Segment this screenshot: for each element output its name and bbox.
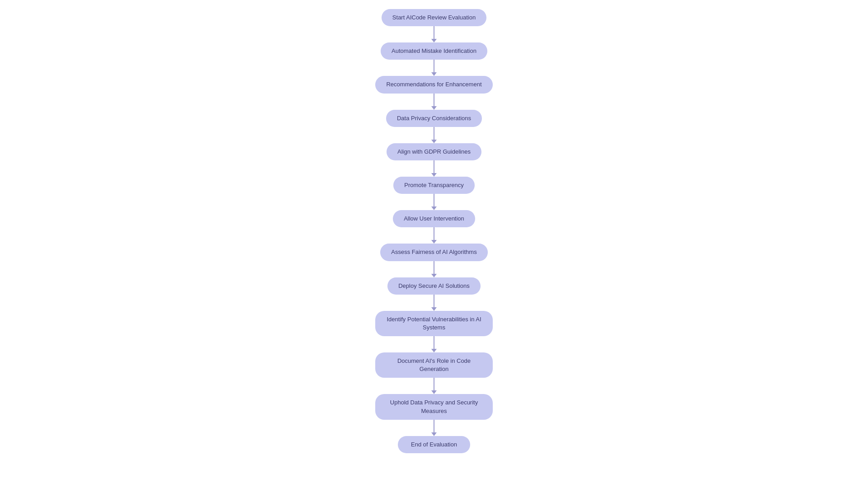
arrow-line xyxy=(434,60,434,72)
flow-connector-5 xyxy=(431,194,437,210)
arrow-head xyxy=(431,307,437,311)
arrow-head xyxy=(431,274,437,277)
flow-connector-7 xyxy=(431,261,437,277)
flow-connector-10 xyxy=(431,378,437,394)
arrow-head xyxy=(431,106,437,110)
flow-node-node7[interactable]: Assess Fairness of AI Algorithms xyxy=(380,244,487,261)
arrow-head xyxy=(431,39,437,42)
arrow-head xyxy=(431,140,437,143)
arrow-line xyxy=(434,26,434,39)
flow-node-node8[interactable]: Deploy Secure AI Solutions xyxy=(387,277,481,295)
arrow-line xyxy=(434,94,434,106)
flow-connector-1 xyxy=(431,60,437,76)
arrow-line xyxy=(434,127,434,140)
arrow-line xyxy=(434,336,434,349)
flowchart-container: Start AICode Review EvaluationAutomated … xyxy=(0,0,868,471)
arrow-head xyxy=(431,349,437,352)
flow-connector-2 xyxy=(431,94,437,110)
flow-connector-4 xyxy=(431,160,437,177)
flow-connector-0 xyxy=(431,26,437,42)
flow-connector-9 xyxy=(431,336,437,352)
arrow-line xyxy=(434,420,434,432)
flow-node-node5[interactable]: Promote Transparency xyxy=(393,177,475,194)
arrow-head xyxy=(431,432,437,436)
flow-node-node2[interactable]: Recommendations for Enhancement xyxy=(375,76,492,93)
flow-node-node1[interactable]: Automated Mistake Identification xyxy=(381,42,487,60)
arrow-line xyxy=(434,295,434,307)
flow-node-node3[interactable]: Data Privacy Considerations xyxy=(386,110,482,127)
flow-node-start[interactable]: Start AICode Review Evaluation xyxy=(382,9,486,26)
flow-node-node10[interactable]: Document AI's Role in Code Generation xyxy=(375,352,493,378)
flow-node-node4[interactable]: Align with GDPR Guidelines xyxy=(387,143,481,160)
arrow-head xyxy=(431,240,437,244)
arrow-line xyxy=(434,194,434,206)
arrow-line xyxy=(434,261,434,274)
flow-node-node9[interactable]: Identify Potential Vulnerabilities in AI… xyxy=(375,311,493,336)
arrow-line xyxy=(434,227,434,240)
flow-connector-11 xyxy=(431,420,437,436)
flow-connector-3 xyxy=(431,127,437,143)
arrow-line xyxy=(434,160,434,173)
flow-connector-8 xyxy=(431,295,437,311)
arrow-head xyxy=(431,173,437,177)
arrow-head xyxy=(431,390,437,394)
flow-node-end[interactable]: End of Evaluation xyxy=(398,436,470,453)
arrow-head xyxy=(431,72,437,76)
flow-connector-6 xyxy=(431,227,437,244)
arrow-head xyxy=(431,206,437,210)
flow-node-node6[interactable]: Allow User Intervention xyxy=(393,210,475,227)
arrow-line xyxy=(434,378,434,390)
flow-node-node11[interactable]: Uphold Data Privacy and Security Measure… xyxy=(375,394,493,419)
